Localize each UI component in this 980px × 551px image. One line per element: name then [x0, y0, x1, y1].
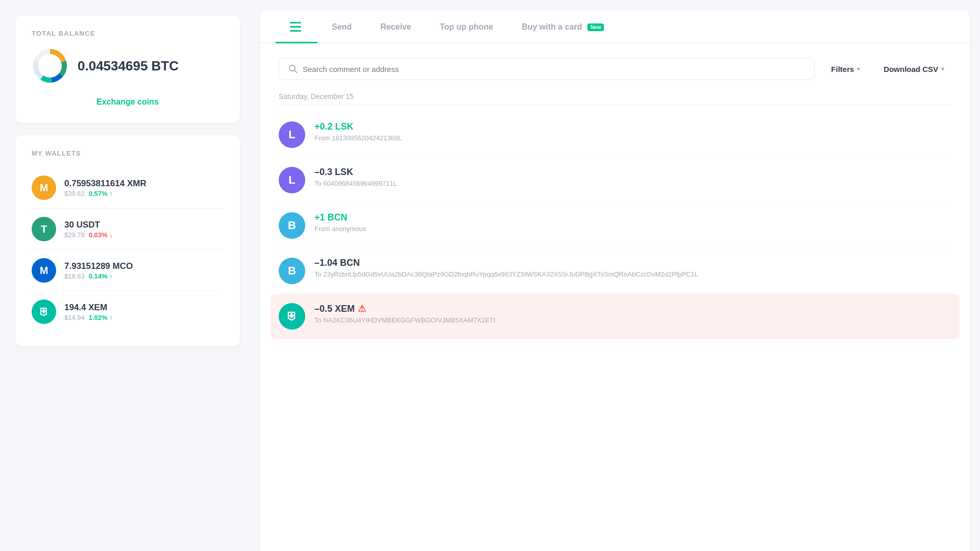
tx-avatar: L — [279, 121, 305, 148]
transaction-item[interactable]: L –0.3 LSK To 6040968456964999711L — [279, 158, 951, 203]
tab-topup[interactable]: Top up phone — [426, 11, 508, 42]
tx-info: –0.5 XEM⚠ To NA2KC36U4YIHDVMBEKGGFWBGOIV… — [314, 303, 951, 324]
wallet-pct: 0.03% ↓ — [89, 231, 113, 239]
warning-icon: ⚠ — [358, 304, 366, 314]
chevron-down-icon: ▾ — [941, 66, 944, 72]
wallet-amount: 7.93151289 MCO — [64, 261, 224, 271]
wallet-sub: $18.63 0.14% ↑ — [64, 272, 224, 280]
chevron-down-icon: ▾ — [857, 66, 860, 72]
total-balance-card: TOTAL BALANCE 0.04534695 BTC Exchange co… — [15, 15, 240, 123]
wallet-item[interactable]: T 30 USDT $29.78 0.03% ↓ — [32, 209, 224, 250]
total-balance-title: TOTAL BALANCE — [32, 30, 224, 37]
wallet-icon: M — [32, 258, 56, 283]
wallet-sub: $14.94 1.02% ↑ — [64, 314, 224, 321]
wallet-amount: 0.75953811614 XMR — [64, 179, 224, 189]
wallet-info: 194.4 XEM $14.94 1.02% ↑ — [64, 303, 224, 321]
wallet-info: 0.75953811614 XMR $39.62 0.57% ↑ — [64, 179, 224, 197]
search-input-wrap — [279, 58, 815, 80]
tab-receive[interactable]: Receive — [366, 11, 426, 42]
wallets-list: M 0.75953811614 XMR $39.62 0.57% ↑ T 30 … — [32, 167, 224, 332]
my-wallets-title: MY WALLETS — [32, 149, 224, 157]
transactions-list: L +0.2 LSK From 181309562042421369L L –0… — [279, 112, 951, 339]
wallet-item[interactable]: ⛨ 194.4 XEM $14.94 1.02% ↑ — [32, 291, 224, 332]
tx-amount: –0.3 LSK — [314, 167, 951, 178]
content-area: Filters ▾ Download CSV ▾ Saturday, Decem… — [260, 43, 970, 551]
left-panel: TOTAL BALANCE 0.04534695 BTC Exchange co… — [0, 0, 255, 551]
tab-history[interactable] — [276, 10, 317, 43]
transaction-item[interactable]: B +1 BCN From anonymous — [279, 203, 951, 248]
wallet-sub: $39.62 0.57% ↑ — [64, 190, 224, 197]
wallet-usd: $39.62 — [64, 190, 85, 197]
tx-info: –0.3 LSK To 6040968456964999711L — [314, 167, 951, 187]
transaction-item[interactable]: ⛨ –0.5 XEM⚠ To NA2KC36U4YIHDVMBEKGGFWBGO… — [271, 294, 960, 339]
svg-rect-7 — [290, 26, 301, 28]
tx-avatar: L — [279, 167, 305, 193]
right-panel: Send Receive Top up phone Buy with a car… — [260, 10, 970, 551]
wallet-item[interactable]: M 0.75953811614 XMR $39.62 0.57% ↑ — [32, 167, 224, 209]
date-divider: Saturday, December 15 — [279, 92, 951, 105]
tx-from: To 23yRzbnUp5dGd5vUUa2bDAc38QtaPz9GD2fnq… — [314, 270, 951, 278]
tx-amount: –1.04 BCN — [314, 258, 951, 268]
my-wallets-card: MY WALLETS M 0.75953811614 XMR $39.62 0.… — [15, 135, 240, 346]
wallet-icon: M — [32, 176, 56, 200]
tx-info: –1.04 BCN To 23yRzbnUp5dGd5vUUa2bDAc38Qt… — [314, 258, 951, 278]
wallet-usd: $18.63 — [64, 272, 85, 280]
wallet-amount: 194.4 XEM — [64, 303, 224, 313]
tx-amount: +1 BCN — [314, 212, 951, 223]
tx-amount: –0.5 XEM⚠ — [314, 303, 951, 314]
tx-from: To NA2KC36U4YIHDVMBEKGGFWBGOIVJMB5XAM7X2… — [314, 316, 951, 324]
tabs-bar: Send Receive Top up phone Buy with a car… — [260, 10, 970, 43]
balance-row: 0.04534695 BTC — [32, 47, 224, 84]
wallet-icon: T — [32, 217, 56, 241]
svg-line-10 — [295, 70, 297, 73]
transaction-item[interactable]: B –1.04 BCN To 23yRzbnUp5dGd5vUUa2bDAc38… — [279, 248, 951, 294]
wallet-info: 7.93151289 MCO $18.63 0.14% ↑ — [64, 261, 224, 280]
wallet-info: 30 USDT $29.78 0.03% ↓ — [64, 220, 224, 239]
wallet-amount: 30 USDT — [64, 220, 224, 230]
wallet-usd: $29.78 — [64, 231, 85, 239]
tx-amount: +0.2 LSK — [314, 121, 951, 132]
svg-rect-8 — [290, 30, 301, 32]
search-icon — [288, 64, 298, 73]
download-csv-button[interactable]: Download CSV ▾ — [876, 60, 951, 79]
tab-buywithcard[interactable]: Buy with a card New — [507, 11, 618, 42]
wallet-pct: 0.57% ↑ — [89, 190, 113, 197]
search-input[interactable] — [303, 65, 805, 73]
tx-from: From anonymous — [314, 225, 951, 233]
filters-button[interactable]: Filters ▾ — [824, 60, 867, 79]
tx-avatar: ⛨ — [279, 303, 305, 330]
svg-point-9 — [289, 65, 295, 71]
wallet-pct: 1.02% ↑ — [89, 314, 113, 321]
transaction-item[interactable]: L +0.2 LSK From 181309562042421369L — [279, 112, 951, 158]
svg-rect-6 — [290, 22, 301, 23]
tx-avatar: B — [279, 212, 305, 239]
wallet-sub: $29.78 0.03% ↓ — [64, 231, 224, 239]
tx-from: From 181309562042421369L — [314, 134, 951, 142]
wallet-item[interactable]: M 7.93151289 MCO $18.63 0.14% ↑ — [32, 250, 224, 291]
tx-avatar: B — [279, 258, 305, 284]
tx-info: +0.2 LSK From 181309562042421369L — [314, 121, 951, 142]
wallet-pct: 0.14% ↑ — [89, 272, 113, 280]
tx-from: To 6040968456964999711L — [314, 180, 951, 187]
balance-amount: 0.04534695 BTC — [78, 58, 179, 74]
wallet-icon: ⛨ — [32, 299, 56, 324]
wallet-usd: $14.94 — [64, 314, 85, 321]
balance-donut-chart — [32, 47, 68, 84]
tab-send[interactable]: Send — [317, 11, 366, 42]
exchange-coins-button[interactable]: Exchange coins — [32, 95, 224, 109]
search-row: Filters ▾ Download CSV ▾ — [279, 58, 951, 80]
list-icon — [290, 21, 303, 33]
tx-info: +1 BCN From anonymous — [314, 212, 951, 233]
new-badge: New — [587, 23, 604, 31]
